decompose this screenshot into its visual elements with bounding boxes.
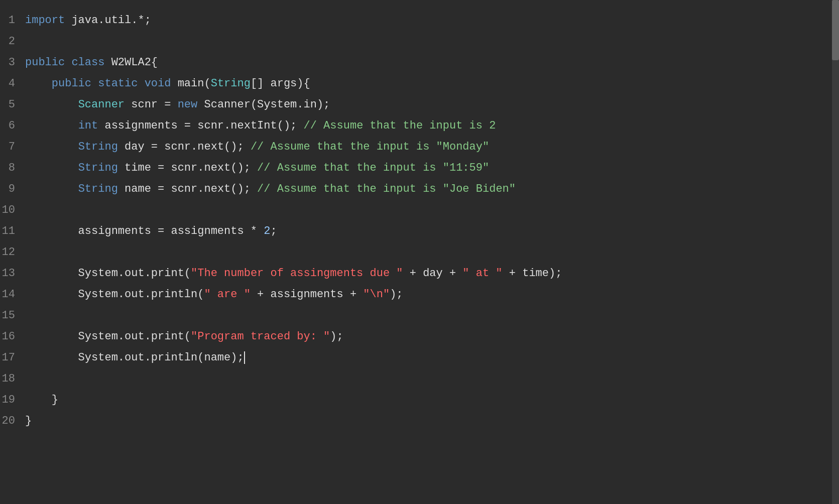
token — [25, 183, 78, 195]
token: int — [78, 119, 105, 132]
line-number: 14 — [0, 284, 25, 305]
line-content: assignments = assignments * 2; — [25, 221, 839, 242]
token — [25, 77, 52, 90]
line-content — [25, 305, 839, 326]
token: System.out.println(name); — [25, 351, 244, 364]
code-line: 1import java.util.*; — [0, 10, 839, 31]
token: "11:59" — [443, 162, 489, 174]
token: String — [78, 141, 125, 153]
token: " at " — [462, 267, 502, 280]
line-number: 12 — [0, 242, 25, 263]
line-number: 16 — [0, 326, 25, 347]
token: [] args){ — [251, 77, 310, 90]
line-number: 3 — [0, 52, 25, 73]
token: "Monday" — [436, 141, 490, 153]
token: "The number of assingments due " — [191, 267, 403, 280]
code-line: 20} — [0, 411, 839, 432]
code-editor[interactable]: 1import java.util.*;2 3public class W2WL… — [0, 0, 839, 504]
token: ); — [330, 330, 343, 343]
line-content: import java.util.*; — [25, 10, 839, 31]
token: // Assume that the input is — [251, 141, 436, 153]
token — [25, 98, 78, 111]
token: // Assume that the input is — [257, 162, 443, 174]
line-number: 15 — [0, 305, 25, 326]
code-line: 19 } — [0, 390, 839, 411]
line-number: 18 — [0, 368, 25, 390]
line-number: 7 — [0, 137, 25, 158]
line-content: } — [25, 390, 839, 411]
token: scnr = — [125, 98, 178, 111]
line-content: } — [25, 411, 839, 432]
token: name = scnr.next(); — [125, 183, 257, 195]
code-line: 9 String name = scnr.next(); // Assume t… — [0, 179, 839, 200]
token — [244, 351, 245, 364]
token: + day + — [403, 267, 463, 280]
line-number: 6 — [0, 115, 25, 137]
code-line: 17 System.out.println(name); — [0, 347, 839, 368]
token: void — [145, 77, 178, 90]
token: String — [78, 183, 125, 195]
scrollbar[interactable] — [832, 0, 839, 504]
token: } — [25, 394, 58, 406]
line-content: System.out.println(name); — [25, 347, 839, 368]
token: String — [78, 162, 125, 174]
token: + time); — [503, 267, 562, 280]
token: public — [52, 77, 98, 90]
token: day = scnr.next(); — [125, 141, 251, 153]
token: "Joe Biden" — [443, 183, 516, 195]
token: // Assume that the input is 2 — [304, 119, 496, 132]
line-number: 4 — [0, 73, 25, 94]
token: time = scnr.next(); — [125, 162, 257, 174]
line-content: String name = scnr.next(); // Assume tha… — [25, 179, 839, 200]
line-number: 17 — [0, 347, 25, 368]
token: Scanner — [78, 98, 125, 111]
token: System.out.print( — [25, 330, 191, 343]
token: String — [211, 77, 251, 90]
line-number: 9 — [0, 179, 25, 200]
scrollbar-thumb[interactable] — [832, 0, 839, 60]
code-line: 8 String time = scnr.next(); // Assume t… — [0, 158, 839, 179]
code-line: 14 System.out.println(" are " + assignme… — [0, 284, 839, 305]
line-content: String day = scnr.next(); // Assume that… — [25, 137, 839, 158]
line-content: System.out.print("The number of assingme… — [25, 263, 839, 284]
token — [25, 141, 78, 153]
token: static — [98, 77, 144, 90]
code-line: 13 System.out.print("The number of assin… — [0, 263, 839, 284]
token: } — [25, 415, 32, 427]
token: ; — [270, 225, 277, 237]
line-number: 13 — [0, 263, 25, 284]
line-content — [25, 368, 839, 390]
code-line: 10 — [0, 200, 839, 221]
token: W2WLA2{ — [111, 56, 158, 69]
token: import — [25, 14, 71, 27]
token: assignments = assignments * — [25, 225, 264, 237]
code-line: 3public class W2WLA2{ — [0, 52, 839, 73]
line-number: 8 — [0, 158, 25, 179]
line-content: int assignments = scnr.nextInt(); // Ass… — [25, 115, 839, 137]
token: Scanner(System.in); — [204, 98, 330, 111]
token: System.out.print( — [25, 267, 191, 280]
code-line: 7 String day = scnr.next(); // Assume th… — [0, 137, 839, 158]
line-content: public static void main(String[] args){ — [25, 73, 839, 94]
code-line: 4 public static void main(String[] args)… — [0, 73, 839, 94]
line-number: 1 — [0, 10, 25, 31]
token: class — [71, 56, 111, 69]
line-number: 5 — [0, 94, 25, 115]
token: "Program traced by: " — [191, 330, 330, 343]
token: java.util.*; — [71, 14, 151, 27]
line-content: System.out.println(" are " + assignments… — [25, 284, 839, 305]
code-lines: 1import java.util.*;2 3public class W2WL… — [0, 10, 839, 432]
token: assignments = scnr.nextInt(); — [104, 119, 303, 132]
line-content: System.out.print("Program traced by: "); — [25, 326, 839, 347]
token — [25, 119, 78, 132]
token: " are " — [204, 288, 250, 301]
token: 2 — [264, 225, 270, 237]
token: public — [25, 56, 71, 69]
code-line: 5 Scanner scnr = new Scanner(System.in); — [0, 94, 839, 115]
line-content — [25, 242, 839, 263]
token: "\n" — [363, 288, 390, 301]
token: + assignments + — [251, 288, 363, 301]
line-number: 10 — [0, 200, 25, 221]
token — [25, 162, 78, 174]
line-content: public class W2WLA2{ — [25, 52, 839, 73]
